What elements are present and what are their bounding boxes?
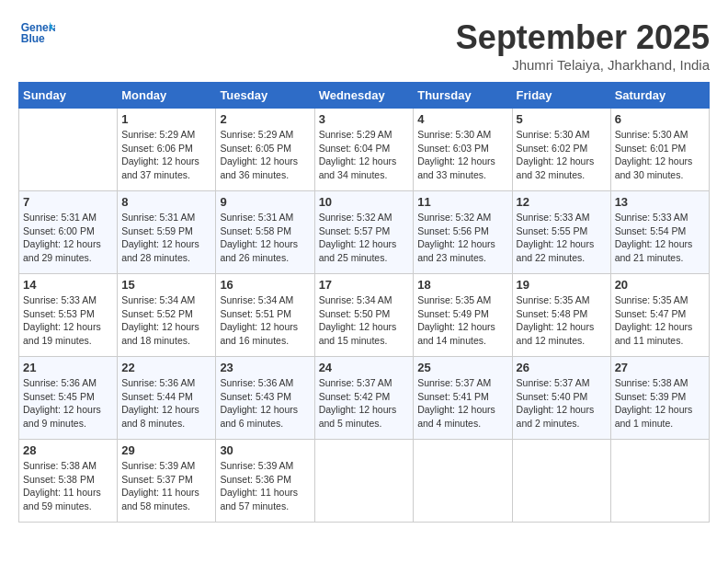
week-row-5: 28Sunrise: 5:38 AMSunset: 5:38 PMDayligh… <box>19 440 710 523</box>
calendar-cell: 20Sunrise: 5:35 AMSunset: 5:47 PMDayligh… <box>610 274 709 357</box>
calendar-cell: 18Sunrise: 5:35 AMSunset: 5:49 PMDayligh… <box>414 274 512 357</box>
day-number: 29 <box>121 443 211 457</box>
day-number: 10 <box>319 195 410 209</box>
day-info: Sunrise: 5:35 AMSunset: 5:48 PMDaylight:… <box>517 293 607 348</box>
logo: General Blue <box>18 18 57 46</box>
calendar-header-row: SundayMondayTuesdayWednesdayThursdayFrid… <box>19 83 710 109</box>
day-info: Sunrise: 5:30 AMSunset: 6:02 PMDaylight:… <box>517 128 607 182</box>
day-info: Sunrise: 5:30 AMSunset: 6:01 PMDaylight:… <box>615 128 705 182</box>
calendar-cell: 8Sunrise: 5:31 AMSunset: 5:59 PMDaylight… <box>118 191 216 274</box>
day-info: Sunrise: 5:37 AMSunset: 5:40 PMDaylight:… <box>517 376 607 431</box>
day-number: 2 <box>220 112 310 126</box>
title-block: September 2025 Jhumri Telaiya, Jharkhand… <box>456 18 710 73</box>
calendar-cell: 7Sunrise: 5:31 AMSunset: 6:00 PMDaylight… <box>19 191 118 274</box>
calendar-cell: 13Sunrise: 5:33 AMSunset: 5:54 PMDayligh… <box>610 191 709 274</box>
month-title: September 2025 <box>456 18 710 57</box>
day-info: Sunrise: 5:33 AMSunset: 5:54 PMDaylight:… <box>615 211 705 265</box>
day-number: 1 <box>121 112 211 126</box>
day-number: 27 <box>615 361 705 374</box>
day-number: 16 <box>220 278 310 292</box>
calendar-cell: 9Sunrise: 5:31 AMSunset: 5:58 PMDaylight… <box>216 191 314 274</box>
logo-icon: General Blue <box>18 18 55 46</box>
calendar-cell: 22Sunrise: 5:36 AMSunset: 5:44 PMDayligh… <box>118 357 216 440</box>
day-number: 8 <box>121 195 211 209</box>
day-number: 18 <box>417 278 507 292</box>
day-number: 15 <box>121 278 211 292</box>
day-number: 23 <box>220 361 310 374</box>
day-number: 4 <box>417 112 507 126</box>
day-info: Sunrise: 5:38 AMSunset: 5:39 PMDaylight:… <box>615 376 705 431</box>
day-number: 19 <box>517 278 607 292</box>
calendar-cell: 23Sunrise: 5:36 AMSunset: 5:43 PMDayligh… <box>216 357 314 440</box>
calendar-cell: 30Sunrise: 5:39 AMSunset: 5:36 PMDayligh… <box>216 440 314 523</box>
location-subtitle: Jhumri Telaiya, Jharkhand, India <box>456 57 710 73</box>
calendar-cell: 27Sunrise: 5:38 AMSunset: 5:39 PMDayligh… <box>610 357 709 440</box>
calendar-cell <box>610 440 709 523</box>
day-info: Sunrise: 5:35 AMSunset: 5:49 PMDaylight:… <box>417 293 507 348</box>
page-header: General Blue September 2025 Jhumri Telai… <box>18 18 710 73</box>
day-info: Sunrise: 5:29 AMSunset: 6:05 PMDaylight:… <box>220 128 310 182</box>
day-info: Sunrise: 5:36 AMSunset: 5:43 PMDaylight:… <box>220 376 310 431</box>
calendar-cell: 1Sunrise: 5:29 AMSunset: 6:06 PMDaylight… <box>118 109 216 191</box>
day-info: Sunrise: 5:36 AMSunset: 5:44 PMDaylight:… <box>121 376 211 431</box>
column-header-saturday: Saturday <box>610 83 709 109</box>
day-number: 13 <box>615 195 705 209</box>
day-number: 12 <box>517 195 607 209</box>
calendar-cell: 28Sunrise: 5:38 AMSunset: 5:38 PMDayligh… <box>19 440 118 523</box>
day-info: Sunrise: 5:29 AMSunset: 6:04 PMDaylight:… <box>319 128 410 182</box>
calendar-cell: 2Sunrise: 5:29 AMSunset: 6:05 PMDaylight… <box>216 109 314 191</box>
day-info: Sunrise: 5:34 AMSunset: 5:52 PMDaylight:… <box>121 293 211 348</box>
day-info: Sunrise: 5:33 AMSunset: 5:53 PMDaylight:… <box>23 293 113 348</box>
day-info: Sunrise: 5:32 AMSunset: 5:56 PMDaylight:… <box>417 211 507 265</box>
day-info: Sunrise: 5:37 AMSunset: 5:42 PMDaylight:… <box>319 376 410 431</box>
day-info: Sunrise: 5:35 AMSunset: 5:47 PMDaylight:… <box>615 293 705 348</box>
day-info: Sunrise: 5:39 AMSunset: 5:36 PMDaylight:… <box>220 459 310 513</box>
calendar-cell: 10Sunrise: 5:32 AMSunset: 5:57 PMDayligh… <box>314 191 414 274</box>
column-header-friday: Friday <box>512 83 610 109</box>
calendar-cell: 25Sunrise: 5:37 AMSunset: 5:41 PMDayligh… <box>414 357 512 440</box>
calendar-cell: 11Sunrise: 5:32 AMSunset: 5:56 PMDayligh… <box>414 191 512 274</box>
day-number: 9 <box>220 195 310 209</box>
calendar-cell: 3Sunrise: 5:29 AMSunset: 6:04 PMDaylight… <box>314 109 414 191</box>
day-info: Sunrise: 5:38 AMSunset: 5:38 PMDaylight:… <box>23 459 113 513</box>
calendar-cell: 17Sunrise: 5:34 AMSunset: 5:50 PMDayligh… <box>314 274 414 357</box>
day-number: 24 <box>319 361 410 374</box>
calendar-cell: 14Sunrise: 5:33 AMSunset: 5:53 PMDayligh… <box>19 274 118 357</box>
week-row-2: 7Sunrise: 5:31 AMSunset: 6:00 PMDaylight… <box>19 191 710 274</box>
day-number: 3 <box>319 112 410 126</box>
calendar-table: SundayMondayTuesdayWednesdayThursdayFrid… <box>18 82 710 523</box>
day-info: Sunrise: 5:34 AMSunset: 5:51 PMDaylight:… <box>220 293 310 348</box>
day-number: 17 <box>319 278 410 292</box>
day-info: Sunrise: 5:39 AMSunset: 5:37 PMDaylight:… <box>121 459 211 513</box>
day-number: 21 <box>23 361 113 374</box>
day-number: 30 <box>220 443 310 457</box>
week-row-4: 21Sunrise: 5:36 AMSunset: 5:45 PMDayligh… <box>19 357 710 440</box>
calendar-cell: 6Sunrise: 5:30 AMSunset: 6:01 PMDaylight… <box>610 109 709 191</box>
day-info: Sunrise: 5:33 AMSunset: 5:55 PMDaylight:… <box>517 211 607 265</box>
day-number: 5 <box>517 112 607 126</box>
day-number: 11 <box>417 195 507 209</box>
column-header-monday: Monday <box>118 83 216 109</box>
day-number: 6 <box>615 112 705 126</box>
day-info: Sunrise: 5:36 AMSunset: 5:45 PMDaylight:… <box>23 376 113 431</box>
calendar-cell: 15Sunrise: 5:34 AMSunset: 5:52 PMDayligh… <box>118 274 216 357</box>
calendar-cell: 24Sunrise: 5:37 AMSunset: 5:42 PMDayligh… <box>314 357 414 440</box>
calendar-cell <box>19 109 118 191</box>
day-number: 28 <box>23 443 113 457</box>
calendar-cell: 12Sunrise: 5:33 AMSunset: 5:55 PMDayligh… <box>512 191 610 274</box>
calendar-cell: 19Sunrise: 5:35 AMSunset: 5:48 PMDayligh… <box>512 274 610 357</box>
day-info: Sunrise: 5:31 AMSunset: 5:58 PMDaylight:… <box>220 211 310 265</box>
calendar-cell <box>414 440 512 523</box>
calendar-cell: 4Sunrise: 5:30 AMSunset: 6:03 PMDaylight… <box>414 109 512 191</box>
week-row-1: 1Sunrise: 5:29 AMSunset: 6:06 PMDaylight… <box>19 109 710 191</box>
column-header-thursday: Thursday <box>414 83 512 109</box>
day-info: Sunrise: 5:31 AMSunset: 6:00 PMDaylight:… <box>23 211 113 265</box>
day-number: 22 <box>121 361 211 374</box>
day-info: Sunrise: 5:31 AMSunset: 5:59 PMDaylight:… <box>121 211 211 265</box>
week-row-3: 14Sunrise: 5:33 AMSunset: 5:53 PMDayligh… <box>19 274 710 357</box>
column-header-sunday: Sunday <box>19 83 118 109</box>
day-number: 20 <box>615 278 705 292</box>
calendar-cell <box>512 440 610 523</box>
day-info: Sunrise: 5:32 AMSunset: 5:57 PMDaylight:… <box>319 211 410 265</box>
day-info: Sunrise: 5:34 AMSunset: 5:50 PMDaylight:… <box>319 293 410 348</box>
